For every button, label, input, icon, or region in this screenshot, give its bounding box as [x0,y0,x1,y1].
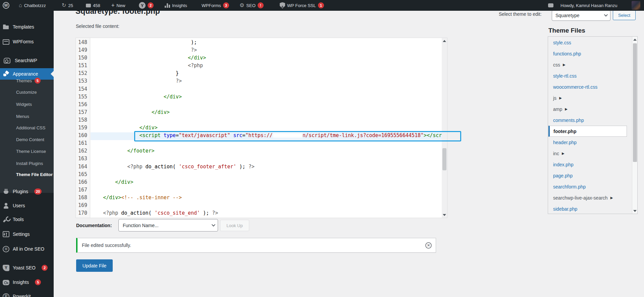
code-line-164[interactable]: <?php do_action( 'csco_footer_after' ); … [91,163,442,171]
sidebar-item-powerkit[interactable]: PPowerkit [0,291,54,297]
wordpress-menu[interactable]: W [3,0,9,11]
sidebar-item-yoast-seo[interactable]: YYoast SEO2 [0,262,54,273]
theme-file-woocommerce-rtl.css[interactable]: woocommerce-rtl.css [548,81,627,92]
insights-menu[interactable]: Insights [165,0,187,11]
code-area[interactable]: ); ?> </div> <?php } ?> </div [91,38,442,218]
new-content-menu[interactable]: + New [111,0,125,11]
theme-file-style-rtl.css[interactable]: style-rtl.css [548,70,627,81]
theme-file-index.php[interactable]: index.php [548,159,627,170]
sidebar-item-users[interactable]: Users [0,200,54,211]
notice-text: File edited successfully. [82,243,131,248]
folder-expand-icon: ▶ [565,107,568,111]
update-file-button[interactable]: Update File [76,259,113,272]
line-number: 161 [76,139,90,147]
sidebar-item-label: Menus [16,114,29,119]
code-line-157[interactable]: </div> [91,109,442,116]
code-line-154[interactable] [91,85,442,93]
scroll-up-icon[interactable] [632,37,638,42]
code-line-153[interactable]: ?> [91,77,442,85]
editor-scrollbar-thumb[interactable] [442,148,446,170]
comments-menu[interactable]: 458 [86,0,100,11]
sidebar-item-label: Theme License [16,149,46,154]
my-account-menu[interactable]: Howdy, Kamrul Hasan Ranzu [560,0,618,11]
chevron-down-icon [212,223,215,226]
code-line-165[interactable] [91,171,442,178]
code-line-149[interactable]: ?> [91,46,442,54]
dismiss-notice-icon[interactable]: ✕ [425,242,432,249]
seo-menu[interactable]: ⚙ SEO ! [239,0,264,11]
select-theme-button[interactable]: Select [613,10,636,20]
code-line-168[interactable]: </div><!-- .site-inner --> [91,194,442,202]
theme-file-footer.php[interactable]: footer.php [548,126,627,137]
theme-file-style.css[interactable]: style.css [548,37,627,48]
sidebar-item-themes[interactable]: Themes5 [0,76,54,86]
theme-select-dropdown[interactable]: Squaretype [552,10,610,21]
sidebar-item-tools[interactable]: Tools [0,214,54,225]
documentation-dropdown[interactable]: Function Name... [118,219,218,231]
sidebar-item-insights[interactable]: Insights5 [0,277,54,288]
sidebar-item-theme-license[interactable]: Theme License [0,146,54,156]
sidebar-item-install-plugins[interactable]: Install Plugins [0,158,54,168]
sidebar-item-menus[interactable]: Menus [0,111,54,121]
sidebar-item-theme-file-editor[interactable]: Theme File Editor [0,169,54,179]
code-line-150[interactable]: </div> [91,54,442,62]
wp-force-ssl-badge: 1 [318,2,324,8]
theme-folder-amp[interactable]: amp▶ [548,103,627,115]
code-line-158[interactable] [91,116,442,124]
theme-file-comments.php[interactable]: comments.php [548,115,627,126]
yoast-menu[interactable]: Y 2 [139,0,154,11]
sidebar-item-plugins[interactable]: Plugins20 [0,186,54,197]
code-line-162[interactable]: </footer> [91,147,442,155]
line-number: 163 [76,155,90,163]
code-line-148[interactable]: ); [91,39,442,46]
count-badge: 5 [35,279,41,285]
lantern-icon [4,58,10,63]
code-line-156[interactable] [91,101,442,109]
theme-file-header.php[interactable]: header.php [548,137,627,148]
scroll-down-icon[interactable] [442,212,447,218]
look-up-button[interactable]: Look Up [220,220,249,231]
theme-file-searchform.php[interactable]: searchform.php [548,181,627,192]
sidebar-item-widgets[interactable]: Widgets [0,99,54,109]
code-line-159[interactable]: </div> [91,124,442,132]
sidebar-item-label: Customize [16,90,37,95]
theme-folder-js[interactable]: js▶ [548,92,627,103]
speech-bubble-icon [548,3,553,7]
feedback-menu[interactable] [548,0,553,11]
theme-files-scrollbar[interactable] [632,37,637,214]
theme-folder-css[interactable]: css▶ [548,59,627,70]
scroll-down-icon[interactable] [632,208,638,214]
theme-folder-inc[interactable]: inc▶ [548,148,627,159]
sidebar-item-all-in-one-seo[interactable]: ⚙All in One SEO [0,243,54,255]
sidebar-item-demo-content[interactable]: Demo Content [0,134,54,144]
sidebar-item-templates[interactable]: Templates [0,21,54,33]
theme-files-scrollbar-thumb[interactable] [633,43,637,162]
sidebar-item-settings[interactable]: Settings [0,228,54,240]
editor-scrollbar[interactable] [442,38,447,218]
code-line-170[interactable]: <?php do_action( 'csco_site_end' ); ?> [91,209,442,217]
theme-folder-searchwp-live-ajax-search[interactable]: searchwp-live-ajax-search▶ [548,192,627,203]
scroll-up-icon[interactable] [442,38,447,43]
theme-file-functions.php[interactable]: functions.php [548,48,627,59]
code-line-167[interactable] [91,186,442,194]
wp-force-ssl-menu[interactable]: WP Force SSL 1 [280,0,324,11]
sidebar-item-additional-css[interactable]: Additional CSS [0,123,54,133]
sidebar-item-wpforms[interactable]: WPForms [0,36,54,47]
code-editor[interactable]: 1481491501511521531541551561571581591601… [75,38,447,218]
updates-menu[interactable]: ↻ 25 [62,0,73,11]
code-line-151[interactable]: <?php [91,62,442,70]
site-name-menu[interactable]: ⌂ Chatbotzzz [19,0,46,11]
code-line-152[interactable]: } [91,70,442,77]
wpforms-menu[interactable]: WPForms 3 [202,0,229,11]
theme-file-sidebar.php[interactable]: sidebar.php [548,203,627,214]
avatar[interactable] [632,1,640,10]
code-line-155[interactable]: </div> [91,93,442,101]
line-number: 158 [76,116,90,124]
sidebar-item-customize[interactable]: Customize [0,87,54,97]
code-line-166[interactable]: </div> [91,178,442,186]
theme-file-page.php[interactable]: page.php [548,170,627,181]
theme-files-heading: Theme Files [548,27,585,34]
code-line-169[interactable] [91,202,442,209]
code-line-163[interactable] [91,155,442,163]
sidebar-item-searchwp[interactable]: SearchWP [0,55,54,66]
